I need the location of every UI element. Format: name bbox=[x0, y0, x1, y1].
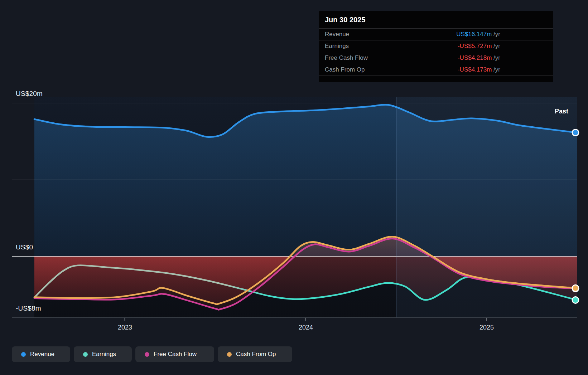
free-cash-flow-legend-dot bbox=[145, 352, 149, 357]
x-axis-label-2025: 2025 bbox=[479, 324, 494, 331]
tooltip-earnings-value: -US$5.727m bbox=[458, 43, 492, 49]
tooltip-row-revenue: Revenue US$16.147m /yr bbox=[319, 28, 553, 40]
revenue-legend-dot bbox=[21, 352, 26, 357]
legend-chip-free-cash-flow[interactable]: Free Cash Flow bbox=[135, 346, 214, 362]
cash-from-op-legend-dot bbox=[227, 352, 232, 357]
tooltip-bottom-divider bbox=[319, 76, 553, 76]
tooltip-row-earnings: Earnings -US$5.727m /yr bbox=[319, 40, 553, 52]
highlight-region bbox=[396, 97, 577, 318]
tooltip-cashop-value: -US$4.173m bbox=[458, 66, 492, 73]
tooltip-fcf-value: -US$4.218m bbox=[458, 54, 492, 61]
earnings-end-dot bbox=[572, 297, 579, 303]
y-axis-label-20m: US$20m bbox=[16, 90, 43, 98]
cash-from-op-end-dot bbox=[572, 285, 579, 291]
legend-chip-cash-from-op[interactable]: Cash From Op bbox=[218, 346, 292, 362]
earnings-revenue-history-chart: { "tooltip": { "date": "Jun 30 2025", "r… bbox=[0, 0, 588, 375]
earnings-legend-dot bbox=[83, 352, 88, 357]
x-axis-label-2023: 2023 bbox=[118, 324, 132, 331]
revenue-end-dot bbox=[572, 129, 579, 136]
past-region-label: Past bbox=[555, 108, 568, 115]
tooltip-row-free-cash-flow: Free Cash Flow -US$4.218m /yr bbox=[319, 52, 553, 64]
tooltip-row-cash-from-op: Cash From Op -US$4.173m /yr bbox=[319, 64, 553, 76]
x-axis-label-2024: 2024 bbox=[299, 324, 313, 331]
y-axis-label-0: US$0 bbox=[16, 243, 33, 251]
legend-chip-revenue[interactable]: Revenue bbox=[12, 346, 70, 362]
tooltip-revenue-value: US$16.147m bbox=[456, 31, 492, 38]
y-axis-label-neg8m: -US$8m bbox=[16, 305, 41, 312]
legend-chip-earnings[interactable]: Earnings bbox=[74, 346, 132, 362]
hover-tooltip: Jun 30 2025 Revenue US$16.147m /yr Earni… bbox=[319, 11, 553, 82]
tooltip-date: Jun 30 2025 bbox=[325, 16, 365, 24]
